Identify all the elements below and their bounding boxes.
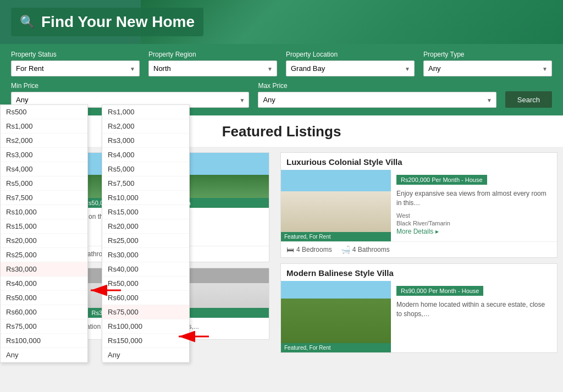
max-price-group: Max Price Any Rs1,000 Rs2,000 <box>258 82 496 108</box>
search-icon: 🔍 <box>20 15 35 29</box>
max-price-option-rs7500[interactable]: Rs7,500 <box>102 176 189 191</box>
min-price-option-rs25000[interactable]: Rs25,000 <box>1 248 87 262</box>
property-type-select[interactable]: Any House Apartment Villa <box>423 60 552 76</box>
page-wrapper: 🔍 Find Your New Home Property Status For… <box>0 0 563 358</box>
property-location-select[interactable]: Grand Bay Pereybere Trou aux Biches <box>286 60 415 76</box>
property-region-select-wrapper: North South East West <box>148 60 277 76</box>
bath-icon-r1: 🛁 <box>341 245 350 254</box>
max-price-option-rs20000[interactable]: Rs20,000 <box>102 219 189 234</box>
header-title: Find Your New Home <box>41 13 195 31</box>
min-price-option-rs30000[interactable]: Rs30,000 <box>1 262 87 277</box>
max-price-option-rs2000[interactable]: Rs2,000 <box>102 119 189 134</box>
listings-right-column: Luxurious Colonial Style Villa Featured,… <box>280 152 558 353</box>
right-listing-card-1: Luxurious Colonial Style Villa Featured,… <box>280 152 558 258</box>
right-listing-1-region: West <box>396 212 551 219</box>
max-price-option-rs5000[interactable]: Rs5,000 <box>102 162 189 176</box>
max-price-option-rs60000[interactable]: Rs60,000 <box>102 291 189 305</box>
property-region-group: Property Region North South East West <box>148 51 277 76</box>
max-price-option-rs30000[interactable]: Rs30,000 <box>102 248 189 262</box>
property-status-select[interactable]: For Rent For Sale <box>11 60 140 76</box>
right-listing-1-body: Featured, For Rent Rs200,000 Per Month -… <box>281 170 557 241</box>
header-background <box>141 0 563 44</box>
max-price-dropdown: Rs1,000 Rs2,000 Rs3,000 Rs4,000 Rs5,000 … <box>102 104 190 363</box>
property-location-group: Property Location Grand Bay Pereybere Tr… <box>286 51 415 76</box>
right-listing-1-badge: Featured, For Rent <box>281 232 391 241</box>
min-price-option-rs10000[interactable]: Rs10,000 <box>1 205 87 219</box>
max-price-option-rs15000[interactable]: Rs15,000 <box>102 205 189 219</box>
max-price-option-rs150000[interactable]: Rs150,000 <box>102 334 189 348</box>
min-price-option-rs20000[interactable]: Rs20,000 <box>1 234 87 248</box>
property-status-select-wrapper: For Rent For Sale <box>11 60 140 76</box>
right-listing-2-details: Rs90,000 Per Month - House Modern home l… <box>391 281 557 352</box>
min-price-option-rs2000[interactable]: Rs2,000 <box>1 134 87 148</box>
property-type-label: Property Type <box>423 51 552 58</box>
right-listing-1-price: Rs200,000 Per Month - House <box>396 175 487 185</box>
min-price-group: Min Price Any Rs500 Rs1,000 <box>11 82 249 108</box>
filter-row-1: Property Status For Rent For Sale Proper… <box>11 51 552 76</box>
property-status-label: Property Status <box>11 51 140 58</box>
right-listing-2-desc: Modern home located within a secure esta… <box>396 300 551 319</box>
min-price-label: Min Price <box>11 82 249 90</box>
right-listing-1-details: Rs200,000 Per Month - House Enjoy expans… <box>391 170 557 241</box>
min-price-option-rs4000[interactable]: Rs4,000 <box>1 162 87 176</box>
min-price-option-any[interactable]: Any <box>1 348 87 362</box>
right-listing-1-features: 🛏 4 Bedrooms 🛁 4 Bathrooms <box>281 241 557 257</box>
property-location-label: Property Location <box>286 51 415 58</box>
right-listing-card-2: Modern Balinese Style Villa Featured, Fo… <box>280 263 558 353</box>
min-price-option-rs40000[interactable]: Rs40,000 <box>1 277 87 291</box>
right-listing-1-image: Featured, For Rent <box>281 170 391 241</box>
min-price-option-rs50000[interactable]: Rs50,000 <box>1 291 87 305</box>
max-price-option-rs100000[interactable]: Rs100,000 <box>102 319 189 334</box>
min-price-dropdown: Rs500 Rs1,000 Rs2,000 Rs3,000 Rs4,000 Rs… <box>0 104 88 363</box>
header-title-area: 🔍 Find Your New Home <box>11 8 203 36</box>
max-price-option-rs1000[interactable]: Rs1,000 <box>102 105 189 119</box>
right-listing-2-title: Modern Balinese Style Villa <box>281 264 557 281</box>
right-listing-2-badge: Featured, For Rent <box>281 343 391 352</box>
min-price-option-rs15000[interactable]: Rs15,000 <box>1 219 87 234</box>
max-price-option-rs3000[interactable]: Rs3,000 <box>102 134 189 148</box>
max-price-option-rs50000[interactable]: Rs50,000 <box>102 277 189 291</box>
min-price-option-rs3000[interactable]: Rs3,000 <box>1 148 87 162</box>
search-button[interactable]: Search <box>505 91 552 108</box>
max-price-select[interactable]: Any Rs1,000 Rs2,000 <box>258 92 496 108</box>
right-listing-1-desc: Enjoy expansive sea views from almost ev… <box>396 189 551 208</box>
max-price-option-rs4000[interactable]: Rs4,000 <box>102 148 189 162</box>
property-type-group: Property Type Any House Apartment Villa <box>423 51 552 76</box>
property-location-select-wrapper: Grand Bay Pereybere Trou aux Biches <box>286 60 415 76</box>
property-status-group: Property Status For Rent For Sale <box>11 51 140 76</box>
right-listing-1-bedrooms: 🛏 4 Bedrooms <box>286 245 332 254</box>
right-listing-1-title: Luxurious Colonial Style Villa <box>281 153 557 170</box>
right-listing-2-body: Featured, For Rent Rs90,000 Per Month - … <box>281 281 557 352</box>
min-price-option-rs500[interactable]: Rs500 <box>1 105 87 119</box>
property-region-select[interactable]: North South East West <box>148 60 277 76</box>
property-region-label: Property Region <box>148 51 277 58</box>
max-price-option-rs40000[interactable]: Rs40,000 <box>102 262 189 277</box>
right-listing-1-more-details[interactable]: More Details ▸ <box>396 228 551 235</box>
right-listing-1-bathrooms: 🛁 4 Bathrooms <box>341 245 390 254</box>
bed-icon-r1: 🛏 <box>286 245 294 254</box>
max-price-option-rs25000[interactable]: Rs25,000 <box>102 234 189 248</box>
min-price-option-rs1000[interactable]: Rs1,000 <box>1 119 87 134</box>
max-price-option-rs10000[interactable]: Rs10,000 <box>102 191 189 205</box>
min-price-option-rs100000[interactable]: Rs100,000 <box>1 334 87 348</box>
property-type-select-wrapper: Any House Apartment Villa <box>423 60 552 76</box>
min-price-option-rs5000[interactable]: Rs5,000 <box>1 176 87 191</box>
min-price-option-rs7500[interactable]: Rs7,500 <box>1 191 87 205</box>
filter-row-2: Min Price Any Rs500 Rs1,000 Max Price An… <box>11 82 552 108</box>
right-listing-1-location: Black River/Tamarin <box>396 220 551 227</box>
max-price-select-wrapper: Any Rs1,000 Rs2,000 <box>258 92 496 108</box>
right-listing-2-price: Rs90,000 Per Month - House <box>396 286 483 296</box>
right-listing-2-image: Featured, For Rent <box>281 281 391 352</box>
header: 🔍 Find Your New Home <box>0 0 563 44</box>
max-price-option-any[interactable]: Any <box>102 348 189 362</box>
max-price-label: Max Price <box>258 82 496 90</box>
min-price-option-rs75000[interactable]: Rs75,000 <box>1 319 87 334</box>
min-price-option-rs60000[interactable]: Rs60,000 <box>1 305 87 319</box>
max-price-option-rs75000[interactable]: Rs75,000 <box>102 305 189 319</box>
